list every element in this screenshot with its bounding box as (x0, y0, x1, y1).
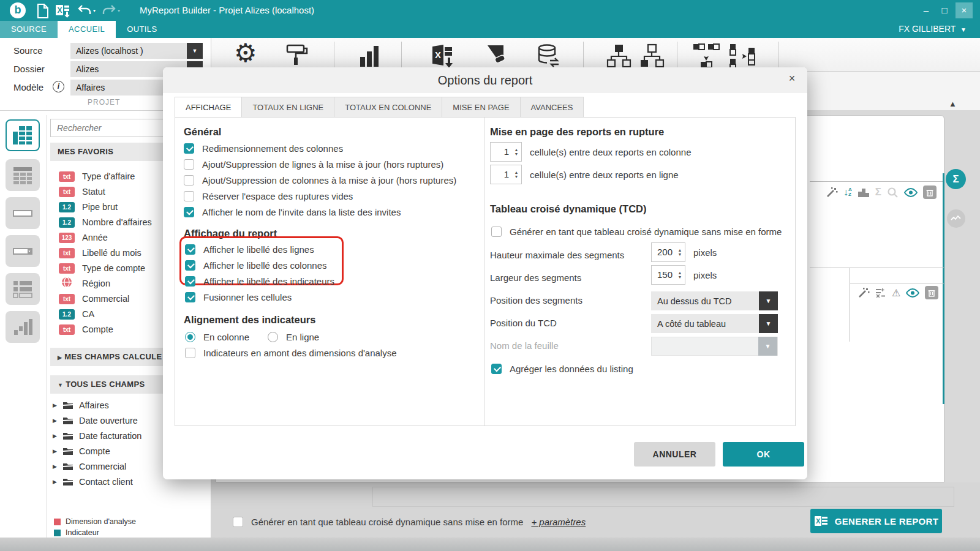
list-item[interactable]: 1.2Nombre d'affaires (59, 215, 152, 230)
list-item[interactable]: 1.2CA (59, 307, 94, 321)
list-item[interactable]: txtType d'affaire (59, 169, 135, 184)
sigma-badge-icon[interactable]: Σ (946, 169, 966, 189)
magic-wand-icon[interactable] (826, 186, 838, 198)
generate-pivot-checkbox[interactable] (233, 517, 243, 527)
expand-right-icon: ▶ (53, 463, 57, 470)
spinner-line[interactable]: 1▲▼ (490, 165, 522, 184)
view-chart-button[interactable] (6, 311, 40, 343)
checkbox[interactable] (185, 244, 195, 255)
list-item[interactable]: txtStatut (59, 184, 105, 199)
checkbox[interactable] (185, 348, 195, 358)
radio-en-colonne[interactable] (185, 332, 195, 342)
spinner-width[interactable]: 150▲▼ (651, 265, 685, 285)
field-label: Position du TCD (490, 318, 557, 328)
redo-dropdown-icon[interactable]: ▾ (118, 8, 120, 13)
sigma-icon[interactable]: Σ (875, 186, 881, 198)
checkbox[interactable] (184, 143, 194, 154)
folder-item[interactable]: ▶Compte (53, 444, 110, 459)
minimize-button[interactable]: – (918, 2, 935, 18)
field-label: Largeur des segments (490, 272, 581, 283)
checkbox[interactable] (491, 227, 502, 237)
spinner-col[interactable]: 1▲▼ (490, 142, 522, 162)
checkbox[interactable] (185, 276, 195, 287)
folder-icon (62, 401, 74, 410)
eye-icon[interactable] (906, 288, 919, 298)
checkbox[interactable] (184, 159, 194, 170)
new-document-icon[interactable] (37, 4, 49, 21)
list-item[interactable]: 123Année (59, 230, 108, 245)
view-textfield-button[interactable] (6, 197, 40, 229)
checkbox[interactable] (184, 191, 194, 201)
cancel-button[interactable]: ANNULER (634, 442, 715, 467)
checkbox[interactable] (184, 175, 194, 186)
redo-icon[interactable] (102, 4, 116, 19)
folder-item[interactable]: ▶Contact client (53, 474, 133, 489)
legend-indicator: Indicateur (54, 528, 99, 537)
warning-icon[interactable]: ⚠ (892, 287, 900, 299)
list-item[interactable]: txtCompte (59, 322, 113, 337)
trash-icon[interactable] (923, 186, 937, 199)
scroll-up-icon[interactable]: ▲ (949, 99, 957, 108)
excel-import-icon[interactable]: X (55, 4, 71, 21)
ok-button[interactable]: OK (723, 442, 804, 467)
info-icon[interactable]: i (53, 81, 64, 92)
maximize-button[interactable]: □ (936, 2, 953, 18)
view-dropdown-button[interactable] (6, 235, 40, 267)
formula-icon[interactable] (875, 288, 886, 298)
svg-text:X: X (816, 517, 821, 525)
tab-totaux-ligne[interactable]: TOTAUX EN LIGNE (242, 97, 334, 118)
paint-roller-icon[interactable] (283, 43, 310, 70)
tab-totaux-colonne[interactable]: TOTAUX EN COLONNE (334, 97, 442, 118)
folder-item[interactable]: ▶Date ouverture (53, 413, 138, 428)
folder-item[interactable]: ▶Affaires (53, 398, 109, 413)
user-menu[interactable]: FX GILLIBERT ▼ (899, 24, 967, 34)
list-item[interactable]: txtCommercial (59, 291, 129, 306)
eye-icon[interactable] (904, 188, 918, 197)
magic-wand-icon[interactable] (858, 287, 870, 299)
expand-right-icon: ▶ (53, 479, 57, 485)
tcd-position-select[interactable]: A côté du tableau▼ (651, 314, 778, 333)
view-checklist-button[interactable] (6, 273, 40, 305)
list-item[interactable]: txtType de compte (59, 261, 145, 276)
undo-dropdown-icon[interactable]: ▾ (93, 8, 96, 13)
undo-icon[interactable] (77, 4, 92, 19)
dropdown-icon: ▼ (759, 291, 778, 310)
ranking-icon[interactable] (858, 187, 870, 198)
checkbox[interactable] (184, 207, 194, 217)
magnifier-icon[interactable] (887, 187, 899, 198)
column-divider (484, 117, 484, 426)
view-pivot-button[interactable] (6, 119, 40, 151)
source-dropdown-icon[interactable]: ▼ (187, 43, 203, 59)
tab-avancees[interactable]: AVANCEES (521, 97, 584, 118)
close-button[interactable]: × (956, 2, 973, 18)
parameters-link[interactable]: + paramètres (531, 517, 586, 527)
trash-icon[interactable] (925, 286, 938, 299)
checkbox[interactable] (185, 260, 195, 271)
text-field-icon: txt (59, 324, 75, 335)
tab-outils[interactable]: OUTILS (116, 21, 168, 38)
folder-icon (62, 462, 74, 471)
tab-affichage[interactable]: AFFICHAGE (175, 97, 242, 118)
folder-item[interactable]: ▶Date facturation (53, 429, 141, 443)
checkbox[interactable] (185, 292, 195, 302)
dialog-close-icon[interactable]: × (785, 72, 799, 85)
view-table-button[interactable] (6, 159, 40, 191)
spinner-height[interactable]: 200▲▼ (651, 242, 685, 262)
checkbox[interactable] (491, 364, 502, 374)
list-item[interactable]: txtLibellé du mois (59, 246, 141, 260)
list-item[interactable]: Région (59, 276, 110, 291)
tab-source[interactable]: SOURCE (0, 21, 58, 38)
tab-accueil[interactable]: ACCUEIL (58, 21, 116, 38)
tab-mise-en-page[interactable]: MISE EN PAGE (442, 97, 520, 118)
radio-en-ligne[interactable] (268, 332, 278, 342)
source-select[interactable]: Alizes (localhost ) (70, 43, 187, 59)
generate-report-button[interactable]: X GENERER LE REPORT (810, 509, 942, 533)
settings-gear-icon[interactable]: ⚙ (234, 38, 257, 68)
block-toolbar: ⚠ (858, 286, 938, 299)
list-item[interactable]: 1.2Pipe brut (59, 200, 118, 214)
segments-position-select[interactable]: Au dessus du TCD▼ (651, 291, 778, 310)
sort-az-icon[interactable]: ↓AZ (843, 187, 852, 198)
trend-badge-icon[interactable] (947, 209, 965, 228)
chart-view-icon (12, 317, 33, 337)
folder-item[interactable]: ▶Commercial (53, 459, 126, 474)
